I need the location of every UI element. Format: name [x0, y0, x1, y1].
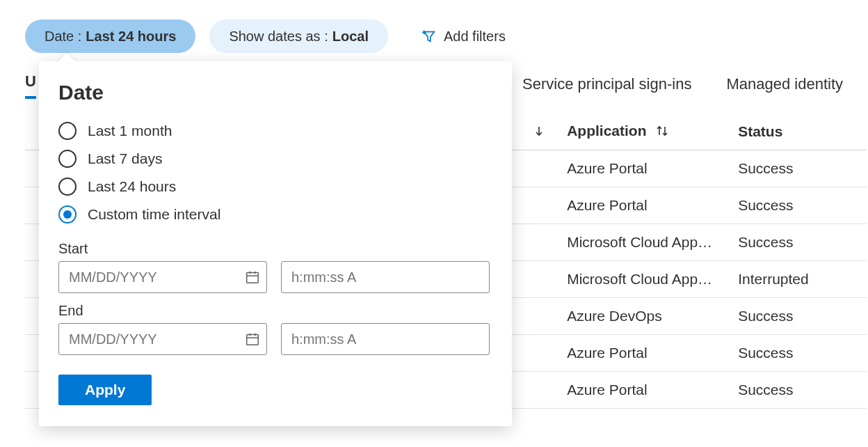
cell-application: Azure Portal: [556, 187, 727, 224]
start-date-input[interactable]: [58, 261, 267, 293]
radio-last-7-days[interactable]: Last 7 days: [58, 145, 492, 173]
column-status[interactable]: Status: [727, 113, 867, 150]
cell-status: Success: [727, 372, 867, 409]
cell-status: Success: [727, 187, 867, 224]
start-input-row: [58, 261, 492, 293]
end-input-row: [58, 323, 492, 355]
radio-label: Last 24 hours: [88, 178, 176, 195]
radio-icon: [58, 178, 77, 196]
cell-application: Microsoft Cloud App…: [556, 261, 727, 298]
cell-application: Azure DevOps: [556, 298, 727, 335]
popover-title: Date: [58, 81, 492, 104]
cell-status: Interrupted: [727, 261, 867, 298]
filter-show-dates-pill[interactable]: Show dates as : Local: [209, 19, 388, 53]
filter-showdates-value: Local: [332, 29, 369, 45]
end-label: End: [58, 303, 492, 319]
apply-button[interactable]: Apply: [58, 375, 152, 405]
end-date-wrap: [58, 323, 267, 355]
tab-service-principal[interactable]: Service principal sign-ins: [522, 75, 691, 99]
end-time-input[interactable]: [281, 323, 490, 355]
filter-add-icon: [421, 29, 437, 44]
filter-date-value: Last 24 hours: [86, 29, 176, 45]
cell-application: Azure Portal: [556, 335, 727, 372]
sort-updown-icon: [656, 123, 668, 140]
cell-application: Microsoft Cloud App…: [556, 224, 727, 261]
sort-down-icon[interactable]: [533, 123, 545, 140]
start-label: Start: [58, 241, 492, 257]
cell-status: Success: [727, 335, 867, 372]
column-application[interactable]: Application: [556, 113, 727, 150]
tab-managed-identity[interactable]: Managed identity: [726, 75, 843, 99]
date-radio-group: Last 1 month Last 7 days Last 24 hours C…: [58, 117, 492, 228]
radio-icon: [58, 205, 77, 224]
radio-label: Last 7 days: [88, 150, 162, 167]
column-status-label: Status: [738, 123, 782, 139]
date-filter-popover: Date Last 1 month Last 7 days Last 24 ho…: [39, 61, 512, 426]
radio-label: Custom time interval: [88, 206, 220, 223]
cell-application: Azure Portal: [556, 372, 727, 409]
column-application-label: Application: [567, 123, 646, 139]
filter-showdates-prefix: Show dates as :: [229, 29, 328, 45]
tab-user-signins[interactable]: U: [25, 72, 36, 99]
add-filters-label: Add filters: [444, 29, 506, 45]
end-date-input[interactable]: [58, 323, 267, 355]
start-date-wrap: [58, 261, 267, 293]
cell-status: Success: [727, 150, 867, 187]
cell-status: Success: [727, 298, 867, 335]
radio-custom-interval[interactable]: Custom time interval: [58, 201, 492, 228]
filter-date-pill[interactable]: Date : Last 24 hours: [25, 19, 195, 53]
cell-application: Azure Portal: [556, 150, 727, 187]
radio-last-24-hours[interactable]: Last 24 hours: [58, 173, 492, 201]
add-filters-button[interactable]: Add filters: [402, 19, 525, 53]
radio-last-1-month[interactable]: Last 1 month: [58, 117, 492, 145]
cell-status: Success: [727, 224, 867, 261]
radio-icon: [58, 122, 77, 140]
filter-row: Date : Last 24 hours Show dates as : Loc…: [0, 0, 868, 63]
filter-date-prefix: Date :: [45, 29, 81, 45]
start-time-input[interactable]: [281, 261, 490, 293]
radio-label: Last 1 month: [88, 123, 172, 139]
radio-icon: [58, 150, 77, 168]
